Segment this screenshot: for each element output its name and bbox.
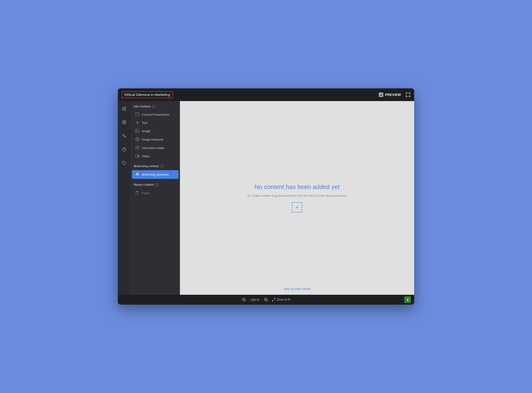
header: Ethical Dilemma in Marketing PREVIEW (118, 88, 414, 101)
empty-subtitle: To create content drag the icons from th… (247, 194, 347, 197)
paste-icon (135, 191, 139, 195)
empty-title: No content has been added yet (254, 183, 339, 191)
paste-label: Paste (142, 191, 149, 195)
interactive-video-icon (135, 146, 139, 150)
svg-marker-15 (138, 155, 139, 157)
branching-content-section: Branching content i (130, 165, 180, 170)
canvas-content: No content has been added yet To create … (180, 101, 414, 295)
course-presentation-icon (135, 113, 139, 117)
sidebar-item-image-hotspots[interactable]: Image Hotspots (132, 135, 179, 144)
add-icon: + (296, 204, 299, 210)
sidebar-item-branching-question[interactable]: Branching Question (132, 170, 179, 179)
settings-icon[interactable] (120, 118, 128, 127)
branching-question-label: Branching Question (142, 173, 169, 176)
svg-rect-1 (380, 94, 381, 95)
expand-icon[interactable] (406, 92, 410, 97)
zoom-level: 100 % (250, 298, 260, 302)
preview-label: PREVIEW (385, 93, 401, 97)
edit-icon[interactable] (120, 104, 128, 113)
svg-rect-14 (135, 155, 138, 157)
header-right: PREVIEW (379, 92, 410, 97)
bottom-bar: 100 % Zoom to fit 0 (118, 295, 414, 305)
translate-icon[interactable] (120, 132, 128, 140)
sidebar-item-paste[interactable]: Paste (132, 189, 179, 197)
add-content-button[interactable]: + (292, 202, 302, 212)
sidebar-item-course-presentation[interactable]: Course Presentation (132, 110, 179, 119)
svg-point-9 (136, 130, 137, 131)
content-sidebar: Info Content i Course Presentation T Tex… (130, 101, 180, 295)
branching-content-help-icon[interactable]: i (160, 165, 164, 168)
text-icon: T (135, 121, 139, 125)
info-content-label: Info Content (134, 105, 150, 108)
video-icon (135, 154, 139, 158)
image-hotspots-label: Image Hotspots (142, 138, 163, 141)
info-content-section: Info Content i (130, 105, 180, 110)
title-box: Ethical Dilemma in Marketing (122, 91, 173, 98)
preview-icon (379, 93, 383, 97)
preview-button[interactable]: PREVIEW (379, 93, 401, 97)
notification-badge[interactable]: 0 (404, 296, 411, 303)
video-label: Video (142, 154, 149, 158)
svg-rect-6 (135, 113, 139, 116)
branching-question-icon (135, 172, 139, 177)
svg-line-23 (267, 300, 268, 301)
sidebar-item-interactive-video[interactable]: Interactive Video (132, 144, 179, 152)
branching-content-label: Branching content (134, 165, 159, 168)
svg-rect-18 (136, 191, 138, 192)
info-content-help-icon[interactable]: i (152, 105, 155, 108)
zoom-fit-button[interactable]: Zoom to fit (272, 298, 290, 302)
svg-point-2 (124, 122, 125, 123)
zoom-out-button[interactable] (242, 298, 246, 302)
text-label: Text (142, 121, 148, 125)
image-label: Image (142, 129, 150, 133)
image-icon (135, 129, 139, 133)
help-icon[interactable] (120, 145, 128, 154)
svg-marker-13 (137, 147, 138, 148)
reuse-content-help-icon[interactable]: i (155, 183, 159, 187)
main-layout: Info Content i Course Presentation T Tex… (118, 101, 414, 295)
divider-1 (130, 160, 180, 165)
tutorial-link[interactable]: Step by step tutorial (284, 287, 311, 290)
image-hotspots-icon (135, 137, 139, 142)
zoom-fit-label: Zoom to fit (277, 298, 290, 301)
zoom-in-button[interactable] (264, 298, 268, 302)
canvas-area: No content has been added yet To create … (180, 101, 414, 295)
sidebar-item-video[interactable]: Video (132, 152, 179, 160)
page-title: Ethical Dilemma in Marketing (124, 93, 170, 97)
notification-count: 0 (407, 298, 408, 302)
svg-line-27 (272, 300, 273, 301)
icon-sidebar (118, 101, 130, 295)
sidebar-item-text[interactable]: T Text (132, 119, 179, 127)
sidebar-item-image[interactable]: Image (132, 127, 179, 135)
course-presentation-label: Course Presentation (142, 113, 170, 116)
tag-icon[interactable] (120, 159, 128, 167)
app-window: Ethical Dilemma in Marketing PREVIEW (118, 88, 414, 305)
divider-2 (130, 179, 180, 183)
reuse-content-label: Reuse Content (134, 183, 154, 187)
svg-point-11 (137, 139, 138, 140)
svg-line-20 (245, 300, 246, 301)
svg-line-26 (274, 298, 275, 300)
reuse-content-section: Reuse Content i (130, 183, 180, 189)
interactive-video-label: Interactive Video (142, 146, 165, 150)
